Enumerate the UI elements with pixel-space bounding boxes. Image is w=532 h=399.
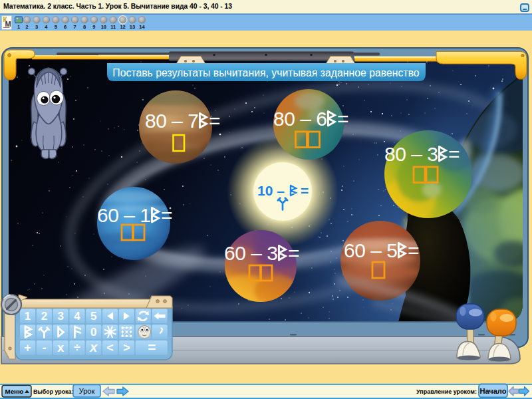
- svg-text:9: 9: [92, 24, 95, 30]
- svg-text:10 –: 10 –: [257, 183, 285, 198]
- svg-text:÷: ÷: [74, 341, 80, 354]
- svg-text:М: М: [5, 20, 11, 28]
- svg-text:2: 2: [26, 24, 29, 30]
- svg-text:<: <: [106, 341, 114, 354]
- svg-text:60 – 1: 60 – 1: [97, 204, 150, 226]
- svg-text:Начало: Начало: [480, 387, 507, 395]
- svg-text:0: 0: [90, 326, 96, 338]
- svg-text:12: 12: [120, 24, 125, 30]
- svg-text:60 – 3: 60 – 3: [224, 242, 277, 264]
- svg-text:x: x: [57, 341, 64, 354]
- svg-text:8: 8: [83, 24, 86, 30]
- svg-text:Поставь результаты вычитания,: Поставь результаты вычитания, учитывая з…: [112, 67, 420, 78]
- svg-text:13: 13: [130, 24, 135, 30]
- svg-text:5: 5: [90, 310, 96, 323]
- svg-text:6: 6: [64, 24, 66, 30]
- svg-text:=: =: [161, 204, 173, 226]
- svg-text:14: 14: [139, 24, 145, 30]
- svg-text:+: +: [24, 341, 31, 354]
- svg-text:3: 3: [57, 310, 63, 323]
- svg-text:60 – 5: 60 – 5: [344, 239, 397, 261]
- svg-text:x: x: [89, 340, 98, 354]
- svg-text:80 – 7: 80 – 7: [145, 110, 198, 132]
- svg-text:7: 7: [74, 24, 76, 30]
- svg-text:11: 11: [110, 24, 116, 30]
- svg-text:80 – 6: 80 – 6: [273, 108, 327, 130]
- svg-text:Урок: Урок: [79, 387, 95, 395]
- svg-text:>: >: [123, 341, 130, 354]
- svg-text:1: 1: [17, 24, 20, 30]
- svg-text:Меню: Меню: [5, 388, 24, 395]
- svg-text:=: =: [408, 239, 420, 261]
- svg-text:Управление уроком:: Управление уроком:: [416, 388, 477, 395]
- svg-text:-: -: [42, 341, 46, 354]
- svg-text:Выбор урока:: Выбор урока:: [33, 388, 73, 395]
- svg-text:80 – 3: 80 – 3: [384, 143, 438, 165]
- svg-text:=: =: [448, 143, 460, 165]
- svg-text:2: 2: [41, 310, 47, 323]
- svg-text:=: =: [301, 183, 309, 198]
- svg-text:5: 5: [55, 24, 57, 30]
- svg-text:3: 3: [35, 24, 38, 30]
- svg-text:10: 10: [101, 24, 106, 30]
- svg-text:=: =: [209, 110, 221, 132]
- svg-text:=: =: [337, 108, 349, 130]
- svg-text:1: 1: [25, 310, 31, 323]
- svg-text:4: 4: [74, 310, 80, 323]
- svg-text:=: =: [288, 242, 300, 264]
- svg-text:4: 4: [45, 24, 48, 30]
- svg-text:=: =: [148, 339, 156, 354]
